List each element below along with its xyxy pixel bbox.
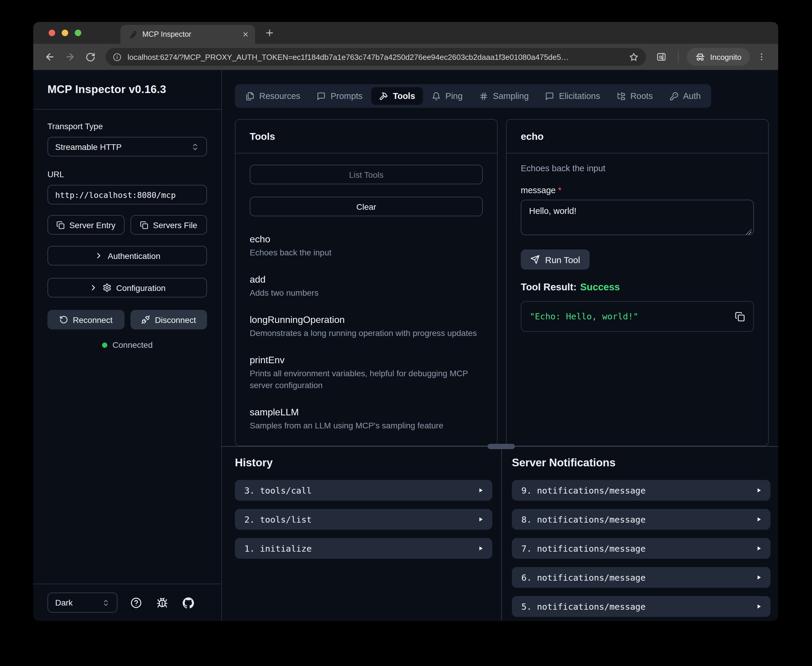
transport-type-select[interactable]: Streamable HTTP	[48, 137, 207, 157]
notification-row[interactable]: 9. notifications/message	[512, 480, 771, 501]
expand-icon[interactable]	[756, 603, 762, 610]
resize-grip-icon[interactable]	[746, 229, 751, 235]
list-tools-button[interactable]: List Tools	[250, 165, 483, 184]
list-tools-label: List Tools	[349, 170, 384, 179]
forward-icon[interactable]	[62, 49, 78, 65]
field-label-text: message	[521, 185, 556, 195]
hammer-icon	[379, 92, 388, 101]
tool-description: Samples from an LLM using MCP's sampling…	[250, 419, 483, 431]
github-icon[interactable]	[182, 597, 193, 608]
tab-ping[interactable]: Ping	[424, 87, 470, 105]
tool-list-item-printenv[interactable]: printEnv Prints all environment variable…	[250, 354, 483, 391]
tool-detail-header: echo	[506, 120, 768, 153]
expand-icon[interactable]	[478, 545, 484, 552]
new-tab-button[interactable]	[265, 28, 275, 38]
chevron-right-icon	[94, 251, 103, 260]
history-row[interactable]: 1. initialize	[235, 538, 492, 559]
tab-auth[interactable]: Auth	[662, 87, 708, 105]
incognito-glasses-icon	[695, 52, 705, 62]
window-controls	[33, 22, 81, 44]
help-icon[interactable]	[131, 597, 142, 608]
tools-panel-title: Tools	[250, 131, 275, 142]
tab-tools[interactable]: Tools	[372, 87, 423, 105]
reconnect-button[interactable]: Reconnect	[48, 310, 124, 330]
splitter-drag-handle[interactable]	[488, 444, 515, 449]
tab-close-icon[interactable]	[242, 31, 249, 38]
notification-row[interactable]: 7. notifications/message	[512, 538, 771, 559]
site-info-icon[interactable]	[113, 53, 122, 61]
tab-label: Resources	[259, 91, 301, 101]
tool-result-box: "Echo: Hello, world!"	[521, 301, 754, 332]
authentication-button[interactable]: Authentication	[48, 246, 207, 265]
url-text[interactable]: localhost:6274/?MCP_PROXY_AUTH_TOKEN=ec1…	[127, 53, 623, 61]
tab-sampling[interactable]: Sampling	[471, 87, 536, 105]
browser-menu-icon[interactable]	[753, 49, 770, 65]
tool-list-item-longrunningoperation[interactable]: longRunningOperation Demonstrates a long…	[250, 314, 483, 339]
tools-panel-header: Tools	[235, 120, 497, 153]
unplug-icon	[141, 315, 150, 324]
expand-icon[interactable]	[756, 545, 762, 552]
tab-roots[interactable]: Roots	[609, 87, 660, 105]
tab-label: Roots	[630, 91, 653, 101]
panel-splitter[interactable]	[222, 446, 778, 447]
expand-icon[interactable]	[756, 574, 762, 581]
authentication-label: Authentication	[107, 251, 160, 260]
expand-icon[interactable]	[478, 487, 484, 494]
clear-button[interactable]: Clear	[250, 197, 483, 216]
expand-icon[interactable]	[478, 516, 484, 523]
tool-name: echo	[250, 234, 483, 245]
copy-result-icon[interactable]	[735, 312, 745, 321]
back-icon[interactable]	[41, 49, 58, 65]
copy-icon	[56, 221, 64, 229]
history-row[interactable]: 2. tools/list	[235, 509, 492, 530]
sidebar-body: Transport Type Streamable HTTP URL	[33, 110, 221, 584]
bookmark-star-icon[interactable]	[629, 52, 639, 62]
theme-select[interactable]: Dark	[48, 592, 117, 613]
history-title: History	[235, 456, 492, 470]
tool-detail-title: echo	[521, 131, 544, 142]
tool-result-heading: Tool Result:Success	[521, 282, 754, 293]
rotate-ccw-icon	[59, 315, 68, 324]
bug-icon[interactable]	[157, 597, 168, 608]
hash-icon	[479, 92, 488, 101]
servers-file-button[interactable]: Servers File	[130, 215, 207, 235]
close-window-button[interactable]	[49, 30, 55, 36]
reload-icon[interactable]	[82, 49, 98, 65]
history-panel: History 3. tools/call 2. tools/list	[222, 447, 502, 620]
tool-list-item-echo[interactable]: echo Echoes back the input	[250, 234, 483, 258]
tab-label: Auth	[683, 91, 701, 101]
tab-resources[interactable]: Resources	[238, 87, 308, 105]
minimize-window-button[interactable]	[62, 30, 68, 36]
tab-label: Sampling	[493, 91, 529, 101]
message-field[interactable]: Hello, world!	[521, 199, 754, 235]
server-url-input[interactable]	[48, 185, 207, 204]
tab-label: Prompts	[331, 91, 363, 101]
expand-icon[interactable]	[756, 516, 762, 523]
notification-row-label: 9. notifications/message	[521, 486, 756, 495]
browser-tab[interactable]: MCP Inspector	[121, 25, 255, 44]
clear-label: Clear	[356, 202, 376, 211]
tool-detail-description: Echoes back the input	[521, 162, 754, 174]
tool-list-item-add[interactable]: add Adds two numbers	[250, 274, 483, 298]
tab-label: Elicitations	[559, 91, 600, 101]
notification-row[interactable]: 8. notifications/message	[512, 509, 771, 530]
status-dot-icon	[102, 342, 107, 348]
tool-list-item-samplellm[interactable]: sampleLLM Samples from an LLM using MCP'…	[250, 407, 483, 431]
notification-row[interactable]: 5. notifications/message	[512, 596, 771, 617]
tools-panel: Tools List Tools Clear	[235, 119, 498, 446]
server-entry-button[interactable]: Server Entry	[48, 215, 124, 235]
address-bar[interactable]: localhost:6274/?MCP_PROXY_AUTH_TOKEN=ec1…	[106, 48, 646, 66]
maximize-window-button[interactable]	[75, 30, 81, 36]
tab-prompts[interactable]: Prompts	[309, 87, 370, 105]
search-tabs-panel-icon[interactable]	[653, 49, 670, 65]
notification-row[interactable]: 6. notifications/message	[512, 567, 771, 588]
disconnect-button[interactable]: Disconnect	[130, 310, 207, 330]
send-icon	[530, 255, 540, 264]
expand-icon[interactable]	[756, 487, 762, 494]
footer-icons	[117, 597, 207, 608]
run-tool-button[interactable]: Run Tool	[521, 249, 590, 270]
configuration-button[interactable]: Configuration	[48, 278, 207, 297]
tab-elicitations[interactable]: Elicitations	[537, 87, 608, 105]
history-row[interactable]: 3. tools/call	[235, 480, 492, 501]
server-notifications-panel: Server Notifications 9. notifications/me…	[502, 447, 778, 620]
